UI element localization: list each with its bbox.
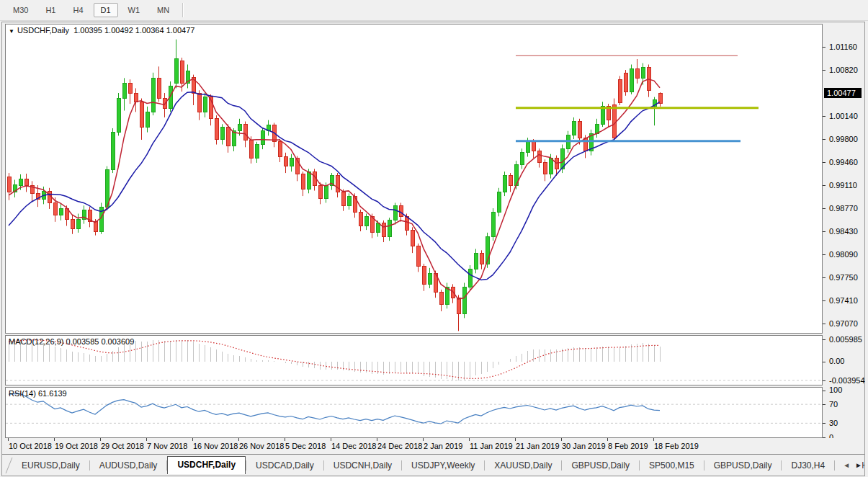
candle (134, 93, 138, 102)
price-tick-label: 0.98090 (829, 250, 858, 259)
time-axis-tick (192, 438, 193, 441)
toolbar-separator (182, 3, 184, 17)
candle (612, 105, 616, 138)
macd-main-value: 0.003585 (66, 337, 99, 346)
candle (549, 158, 552, 174)
candle (457, 298, 460, 314)
date-label: 24 Dec 2018 (377, 442, 422, 450)
rsi-tick-label: 70 (829, 400, 838, 409)
time-axis-tick (285, 438, 285, 441)
tab-gbpusd-daily[interactable]: GBPUSD,Daily (562, 458, 639, 473)
candle (24, 179, 28, 185)
candle (290, 158, 293, 166)
macd-pane[interactable]: MACD(12,26,9) 0.003585 0.003609 (5, 335, 823, 385)
candle (509, 176, 512, 185)
candle (641, 67, 645, 78)
date-label: 19 Oct 2018 (55, 442, 98, 450)
date-label: 14 Dec 2018 (331, 442, 376, 450)
tab-xauusd-daily[interactable]: XAUUSD,Daily (485, 458, 561, 473)
timeframe-button-h1[interactable]: H1 (38, 3, 63, 17)
candle (341, 192, 345, 205)
price-tick-label: 0.97750 (829, 273, 858, 282)
candle (416, 246, 420, 267)
time-axis-tick (515, 438, 516, 441)
price-axis[interactable]: 1.011601.008201.001400.998000.994600.991… (823, 22, 864, 476)
time-axis-tick (469, 438, 470, 441)
tab-audusd-daily[interactable]: AUDUSD,Daily (90, 458, 167, 473)
candle (364, 216, 368, 226)
price-tick-label: 1.01160 (829, 43, 857, 51)
rsi-chart[interactable] (6, 388, 822, 437)
scroll-tabs-left-icon[interactable]: ◄ (843, 461, 850, 469)
candle (462, 287, 466, 314)
time-axis-tick (653, 438, 654, 441)
candle (439, 293, 443, 305)
price-tick-label: 0.99110 (829, 181, 857, 190)
candle (249, 141, 253, 158)
candle (94, 222, 97, 232)
rsi-axis-tick (823, 404, 826, 405)
price-tick-label: 0.98770 (829, 204, 858, 213)
rsi-pane[interactable]: RSI(14) 61.6139 (5, 387, 823, 438)
candle (117, 99, 120, 133)
price-tick-label: 0.99800 (829, 135, 858, 143)
candlestick-chart[interactable] (6, 24, 822, 333)
candle (284, 156, 287, 166)
tab-gbpusd-daily[interactable]: GBPUSD,Daily (704, 458, 782, 473)
date-label: 26 Nov 2018 (239, 442, 284, 450)
candle (497, 192, 501, 212)
tab-usdjpy-weekly[interactable]: USDJPY,Weekly (402, 458, 484, 473)
symbol-dropdown-icon[interactable]: ▼ (9, 28, 14, 35)
date-label: 21 Jan 2019 (516, 442, 560, 450)
price-axis-tick (823, 231, 826, 232)
timeframe-button-h4[interactable]: H4 (66, 3, 90, 17)
macd-tick-label: 0.00 (829, 357, 844, 365)
macd-signal-value: 0.003609 (101, 337, 134, 346)
timeframe-button-mn[interactable]: MN (150, 3, 176, 17)
candle (151, 78, 155, 112)
time-axis[interactable]: 10 Oct 201819 Oct 201829 Oct 20187 Nov 2… (2, 438, 864, 454)
candle (347, 196, 351, 205)
rsi-value: 61.6139 (38, 389, 67, 398)
time-axis-tick (423, 438, 424, 441)
candle (601, 107, 604, 124)
candle (243, 124, 247, 141)
time-axis-tick (100, 438, 101, 441)
tab-usdchf-daily[interactable]: USDCHF,Daily (167, 456, 246, 474)
candle (174, 59, 178, 84)
timeframe-button-d1[interactable]: D1 (94, 3, 118, 17)
candle (474, 253, 478, 269)
tab-sp500-m15[interactable]: SP500,M15 (640, 458, 704, 473)
candle (537, 151, 541, 162)
candle (232, 131, 236, 146)
main-chart-pane[interactable]: ▼USDCHF,Daily 1.00395 1.00492 1.00364 1.… (5, 24, 823, 334)
price-axis-tick (823, 139, 826, 140)
rsi-axis-tick (823, 391, 826, 391)
price-tick-label: 1.00140 (829, 112, 858, 120)
timeframe-button-m30[interactable]: M30 (6, 3, 35, 17)
tab-dj30-h4[interactable]: DJ30,H4 (782, 458, 834, 473)
candle (359, 213, 362, 226)
time-axis-tick (561, 438, 562, 441)
tab-eurusd-daily[interactable]: EURUSD,Daily (12, 458, 89, 473)
candle (491, 213, 495, 237)
candle (630, 68, 633, 92)
scroll-tabs-right-icon[interactable]: ► (855, 461, 862, 469)
candle (468, 269, 472, 287)
date-label: 10 Oct 2018 (9, 442, 52, 450)
price-tick-label: 0.97070 (829, 319, 858, 328)
price-axis-tick (823, 116, 826, 117)
symbol-tabs: EURUSD,DailyAUDUSD,DailyUSDCHF,DailyUSDC… (2, 454, 864, 476)
tab-usdcnh-daily[interactable]: USDCNH,Daily (324, 458, 401, 473)
candle (411, 230, 414, 246)
date-label: 8 Feb 2019 (608, 442, 648, 450)
timeframe-button-w1[interactable]: W1 (121, 3, 148, 17)
candle (226, 127, 230, 146)
candle (71, 219, 74, 228)
candle (624, 73, 627, 92)
tab-usdcad-daily[interactable]: USDCAD,Daily (246, 458, 323, 473)
tab-scroll-arrows: ◄ ► (838, 456, 862, 473)
candle (399, 205, 403, 216)
price-tick-label: 0.99460 (829, 158, 858, 166)
macd-tick-label: -0.003954 (829, 376, 865, 385)
